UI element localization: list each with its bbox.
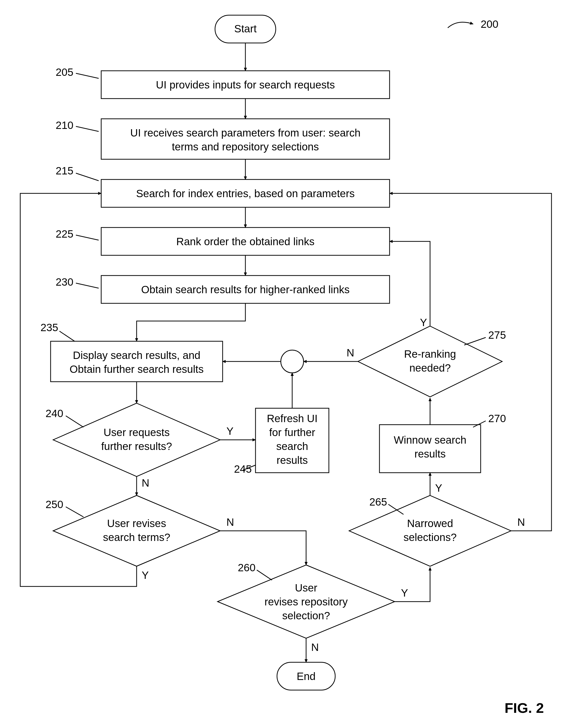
ref-250: 250 xyxy=(45,498,63,510)
svg-text:User: User xyxy=(295,582,318,594)
label-250-N: N xyxy=(227,516,234,528)
svg-text:selection?: selection? xyxy=(282,610,330,622)
flowchart-figure: 200 Start UI provides inputs for search … xyxy=(0,0,574,728)
svg-text:User requests: User requests xyxy=(104,426,169,438)
figure-label: FIG. 2 xyxy=(504,700,544,716)
svg-line-36 xyxy=(66,507,83,517)
node-start: Start xyxy=(215,15,276,43)
svg-text:revises repository: revises repository xyxy=(264,596,347,608)
svg-line-55 xyxy=(464,337,486,345)
svg-text:further results?: further results? xyxy=(101,440,172,452)
svg-text:selections?: selections? xyxy=(404,531,457,543)
node-230: Obtain search results for higher-ranked … xyxy=(56,276,390,303)
node-junction xyxy=(281,350,303,373)
svg-text:Search for index entries, base: Search for index entries, based on param… xyxy=(136,188,355,199)
svg-text:Re-ranking: Re-ranking xyxy=(404,348,456,360)
svg-rect-5 xyxy=(101,119,390,159)
ref-240: 240 xyxy=(45,407,63,419)
svg-line-11 xyxy=(76,173,99,181)
svg-text:Obtain search results for high: Obtain search results for higher-ranked … xyxy=(141,284,350,295)
label-260-Y: Y xyxy=(401,587,408,599)
label-275-N: N xyxy=(346,347,354,359)
svg-text:needed?: needed? xyxy=(409,362,451,374)
svg-line-14 xyxy=(76,235,99,240)
svg-line-8 xyxy=(76,126,99,131)
svg-marker-52 xyxy=(358,326,502,397)
edge-260-265 xyxy=(395,567,430,602)
svg-line-25 xyxy=(66,416,83,427)
svg-text:Refresh UI: Refresh UI xyxy=(267,413,318,424)
svg-text:User revises: User revises xyxy=(107,517,166,529)
svg-text:Obtain further search results: Obtain further search results xyxy=(70,363,204,375)
overall-ref: 200 xyxy=(448,18,498,30)
ref-215: 215 xyxy=(56,165,73,177)
svg-line-21 xyxy=(59,331,75,341)
svg-text:UI provides inputs for search : UI provides inputs for search requests xyxy=(156,79,335,91)
ref-210: 210 xyxy=(56,119,73,131)
ref-275: 275 xyxy=(488,329,506,341)
node-250: User revises search terms? 250 xyxy=(45,495,220,566)
ref-225: 225 xyxy=(56,228,73,240)
svg-text:results: results xyxy=(414,448,446,460)
node-225: Rank order the obtained links 225 xyxy=(56,228,390,255)
svg-text:results: results xyxy=(277,454,308,466)
ref-265: 265 xyxy=(369,496,387,508)
svg-text:UI receives search parameters : UI receives search parameters from user:… xyxy=(130,127,361,139)
node-265: Narrowed selections? 265 xyxy=(349,495,511,566)
svg-text:Rank order the obtained links: Rank order the obtained links xyxy=(176,236,315,247)
ref-200: 200 xyxy=(481,18,498,30)
svg-text:Narrowed: Narrowed xyxy=(407,517,453,529)
svg-text:Display search results, and: Display search results, and xyxy=(73,349,200,361)
svg-line-41 xyxy=(257,570,272,580)
ref-260: 260 xyxy=(238,562,255,574)
edge-275-225 xyxy=(390,241,430,326)
svg-rect-18 xyxy=(51,341,222,382)
edge-250-260 xyxy=(220,531,306,565)
label-265-N: N xyxy=(517,516,525,528)
node-240: User requests further results? 240 xyxy=(45,403,220,476)
svg-text:search terms?: search terms? xyxy=(103,531,170,543)
svg-text:Start: Start xyxy=(234,23,257,35)
node-215: Search for index entries, based on param… xyxy=(56,165,390,207)
svg-marker-22 xyxy=(53,403,220,476)
node-end: End xyxy=(277,662,335,690)
ref-245: 245 xyxy=(234,463,252,475)
label-250-Y: Y xyxy=(142,569,149,581)
edge-230-235 xyxy=(136,303,245,341)
node-260: User revises repository selection? 260 xyxy=(217,562,395,638)
svg-text:Winnow search: Winnow search xyxy=(394,434,466,446)
node-210: UI receives search parameters from user:… xyxy=(56,119,390,159)
label-260-N: N xyxy=(311,641,319,653)
svg-text:terms and repository selection: terms and repository selections xyxy=(172,141,319,153)
svg-text:search: search xyxy=(276,440,308,452)
label-275-Y: Y xyxy=(420,316,427,328)
node-275: Re-ranking needed? 275 xyxy=(358,326,506,397)
svg-marker-33 xyxy=(53,495,220,566)
label-240-Y: Y xyxy=(227,425,234,437)
label-240-N: N xyxy=(142,477,149,489)
ref-235: 235 xyxy=(40,322,58,333)
node-245: Refresh UI for further search results 24… xyxy=(234,408,329,475)
svg-text:End: End xyxy=(297,670,316,682)
svg-line-4 xyxy=(76,73,99,78)
svg-text:for further: for further xyxy=(269,426,315,438)
node-235: Display search results, and Obtain furth… xyxy=(40,322,222,382)
label-265-Y: Y xyxy=(435,482,442,494)
node-205: UI provides inputs for search requests 2… xyxy=(56,66,390,99)
ref-270: 270 xyxy=(488,413,506,424)
svg-line-17 xyxy=(76,283,99,288)
node-270: Winnow search results 270 xyxy=(379,413,506,473)
svg-point-32 xyxy=(281,350,303,373)
ref-205: 205 xyxy=(56,66,73,78)
ref-230: 230 xyxy=(56,276,73,288)
